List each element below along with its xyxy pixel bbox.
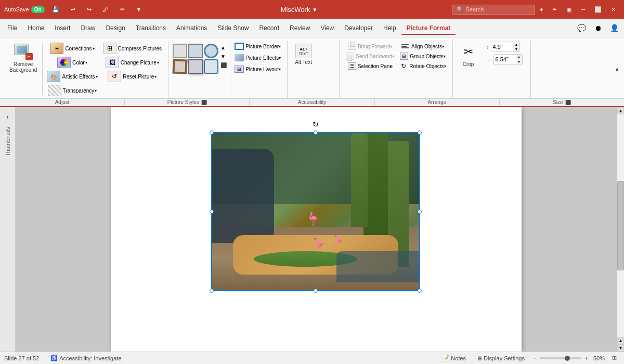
menu-animations[interactable]: Animations [171,21,212,35]
display-settings-button[interactable]: 🖥 Display Settings [473,354,528,362]
style-2[interactable] [188,44,203,58]
zoom-out-icon[interactable]: － [532,354,538,362]
style-1[interactable] [173,44,187,58]
minimize-button[interactable]: ─ [577,4,589,15]
save-button[interactable]: 💾 [48,4,63,15]
scroll-thumb[interactable] [617,181,624,270]
align-button[interactable]: Align Objects ▾ [397,42,448,51]
handle-top-center[interactable] [314,131,318,135]
handle-top-left[interactable] [210,131,214,135]
scroll-up-button[interactable]: ▲ [617,107,624,114]
slide-panel-toggle[interactable]: › [5,111,11,123]
crop-button[interactable]: ✂ Crop [457,42,480,69]
style-more[interactable]: ⬛ [219,61,228,69]
menu-view[interactable]: View [315,21,339,35]
menu-transitions[interactable]: Transitions [131,21,171,35]
style-6[interactable] [204,59,218,74]
menu-insert[interactable]: Insert [49,21,75,35]
zoom-in-icon[interactable]: ＋ [583,354,589,362]
size-dialog[interactable]: ⬛ [565,100,571,105]
undo-button[interactable]: ↩ [67,4,80,15]
canvas-area[interactable]: ↻ 🦩 🦩 [16,107,617,352]
menu-file[interactable]: File [2,21,22,35]
style-5[interactable] [188,59,203,74]
menu-home[interactable]: Home [22,21,49,35]
send-backward-button[interactable]: Send Backward ▾ [344,51,396,61]
compress-button[interactable]: ⊞ Compress Pictures [101,42,164,55]
width-value[interactable] [494,56,516,63]
height-spinner[interactable]: ▲ ▼ [513,42,520,51]
artistic-effects-button[interactable]: 🎨 Artistic Effects ▾ [45,70,99,83]
rotate-handle[interactable]: ↻ [311,120,320,128]
present-icon[interactable]: ▣ [562,4,576,15]
group-button[interactable]: ⊞ Group Objects ▾ [397,51,448,61]
search-input[interactable] [466,6,530,12]
autosave-toggle[interactable]: On [31,6,45,13]
pen2-icon[interactable]: ✒ [548,4,561,15]
height-down[interactable]: ▼ [513,47,520,51]
pen-button[interactable]: ✏ [116,4,129,15]
style-3[interactable] [204,44,218,58]
search-box[interactable]: 🔍 [452,5,535,15]
notes-button[interactable]: 📝 Notes [439,354,469,362]
style-down[interactable]: ▼ [219,53,228,60]
record-icon[interactable]: ⏺ [591,22,605,34]
more-button[interactable]: ▼ [132,4,146,15]
handle-top-right[interactable] [418,131,422,135]
handle-middle-right[interactable] [418,210,422,214]
rotate-button[interactable]: ↻ Rotate Objects ▾ [397,61,448,71]
transparency-button[interactable]: Transparency ▾ [45,84,99,97]
menu-picture-format[interactable]: Picture Format [401,21,456,35]
style-4[interactable] [173,59,188,74]
scroll-down-bottom[interactable]: ▼ [617,344,624,352]
picture-styles-dialog[interactable]: ⬛ [201,100,207,105]
profile-icon[interactable]: 👤 [607,22,622,34]
zoom-thumb[interactable] [565,356,570,361]
remove-background-button[interactable]: ✂ RemoveBackground [6,42,40,75]
menu-design[interactable]: Design [100,21,130,35]
height-up[interactable]: ▲ [513,42,520,47]
menu-review[interactable]: Review [284,21,315,35]
scroll-track[interactable] [617,114,624,337]
width-down[interactable]: ▼ [516,59,523,64]
title-dropdown-arrow[interactable]: ▾ [313,6,317,14]
width-input[interactable]: ▲ ▼ [493,54,523,64]
height-input[interactable]: ▲ ▼ [491,42,521,52]
handle-middle-left[interactable] [210,210,214,214]
zoom-track[interactable] [540,357,581,359]
picture-border-button[interactable]: Picture Border ▾ [232,42,283,51]
menu-record[interactable]: Record [254,21,284,35]
menu-developer[interactable]: Developer [339,21,378,35]
customize-button[interactable]: 🖊 [99,4,113,15]
picture-effects-button[interactable]: Picture Effects ▾ [232,53,283,62]
width-spinner[interactable]: ▲ ▼ [516,55,523,64]
bring-forward-button[interactable]: Bring Forward ▾ [344,42,396,51]
menu-slideshow[interactable]: Slide Show [212,21,254,35]
width-up[interactable]: ▲ [516,55,523,59]
ribbon-collapse-button[interactable]: ∧ [612,41,622,98]
reset-picture-button[interactable]: ↺ Reset Picture ▾ [101,70,164,83]
scroll-down-top[interactable]: ▲ [617,337,624,344]
diamond-icon[interactable]: ♦ [536,4,548,15]
selection-pane-button[interactable]: ☰ Selection Pane [344,61,396,71]
alt-text-button[interactable]: ALT TEXT Alt Text [292,42,315,67]
restore-button[interactable]: ⬜ [590,4,606,15]
height-value[interactable] [491,43,513,50]
picture-layout-button[interactable]: ⊞ Picture Layout ▾ [232,64,283,74]
close-button[interactable]: ✕ [607,4,620,15]
accessibility-button[interactable]: ♿ Accessibility: Investigate [47,354,124,362]
change-picture-button[interactable]: 🖼 Change Picture ▾ [101,56,164,69]
handle-bottom-center[interactable] [314,289,318,293]
redo-button[interactable]: ↪ [83,4,96,15]
handle-bottom-left[interactable] [210,289,214,293]
menu-help[interactable]: Help [378,21,401,35]
color-button[interactable]: Color ▾ [45,56,99,69]
corrections-button[interactable]: ☀ Corrections ▾ [45,42,99,55]
fit-button[interactable]: ⊞ [609,354,620,362]
menu-draw[interactable]: Draw [75,21,100,35]
selected-image-container[interactable]: ↻ 🦩 🦩 [212,133,419,290]
style-up[interactable]: ▲ [219,44,228,51]
handle-bottom-right[interactable] [418,289,422,293]
zoom-slider[interactable]: － ＋ [532,354,589,362]
comment-icon[interactable]: 💬 [574,22,589,34]
